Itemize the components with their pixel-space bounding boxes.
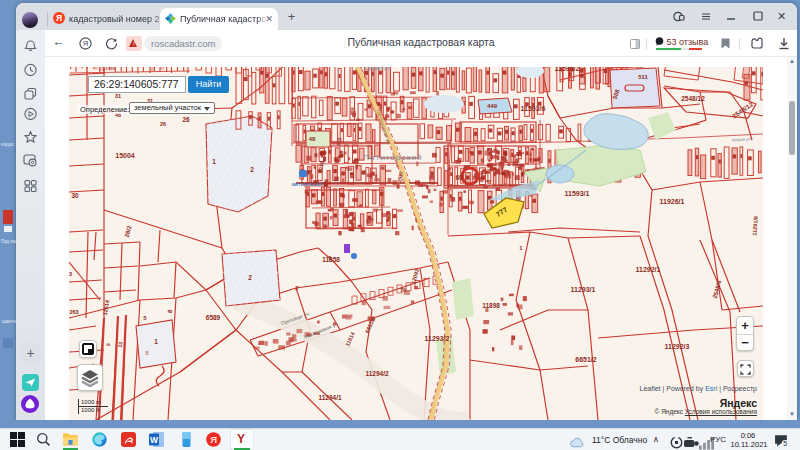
svg-text:15004: 15004 — [115, 152, 135, 159]
svg-text:11898: 11898 — [482, 302, 500, 309]
svg-text:11858: 11858 — [322, 256, 340, 263]
svg-text:48: 48 — [309, 136, 316, 142]
svg-text:11593/6: 11593/6 — [521, 105, 546, 112]
svg-text:449: 449 — [487, 103, 498, 109]
svg-text:6589: 6589 — [206, 314, 221, 321]
svg-text:11294/1: 11294/1 — [318, 394, 342, 401]
svg-text:W: W — [150, 435, 159, 445]
svg-text:6651/2: 6651/2 — [575, 356, 597, 363]
svg-text:2548/12: 2548/12 — [681, 95, 705, 102]
svg-text:511: 511 — [638, 74, 648, 80]
svg-text:114te: 114te — [103, 67, 116, 71]
svg-text:2: 2 — [250, 166, 254, 173]
svg-text:Я: Я — [210, 434, 217, 445]
svg-text:Садовая ул.: Садовая ул. — [364, 67, 390, 71]
svg-text:263: 263 — [69, 309, 78, 315]
svg-text:11294/2: 11294/2 — [365, 370, 389, 377]
svg-text:26: 26 — [160, 121, 166, 127]
svg-text:26: 26 — [182, 116, 190, 123]
svg-text:автовокзал: автовокзал — [291, 181, 323, 187]
svg-text:11593/1: 11593/1 — [565, 190, 590, 197]
svg-text:1: 1 — [154, 338, 158, 345]
svg-text:79: 79 — [400, 287, 406, 293]
svg-text:60: 60 — [455, 174, 463, 181]
svg-text:11292/1: 11292/1 — [636, 266, 661, 273]
svg-text:31: 31 — [115, 93, 121, 99]
svg-text:5: 5 — [783, 440, 787, 447]
svg-text:11293/1: 11293/1 — [571, 286, 596, 293]
svg-text:Пятигорский: Пятигорский — [363, 153, 423, 162]
svg-text:11593/2: 11593/2 — [555, 67, 580, 72]
svg-text:2: 2 — [248, 274, 252, 281]
svg-text:1: 1 — [212, 158, 216, 165]
svg-text:11292/3: 11292/3 — [665, 343, 690, 350]
svg-text:53: 53 — [69, 271, 72, 277]
svg-text:5: 5 — [145, 350, 148, 356]
svg-text:11293/2: 11293/2 — [425, 335, 450, 342]
svg-text:11926/1: 11926/1 — [660, 198, 685, 205]
svg-text:30: 30 — [71, 192, 79, 199]
